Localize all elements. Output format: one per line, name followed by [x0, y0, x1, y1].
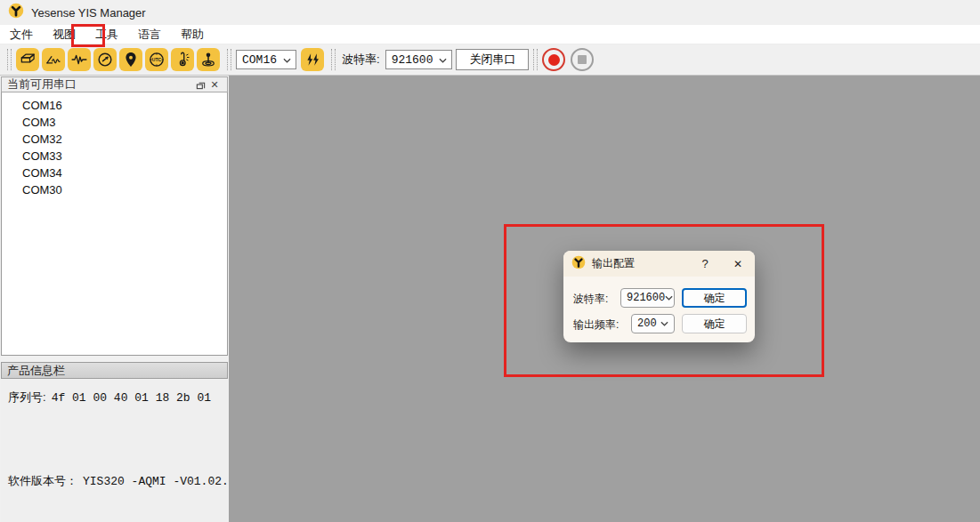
menu-bar: 文件 视图 工具 语言 帮助	[0, 25, 980, 44]
angle-wave-button[interactable]	[42, 48, 65, 71]
cube-icon	[19, 51, 36, 68]
list-item-port[interactable]: COM16	[2, 97, 227, 114]
app-window: Yesense YIS Manager 文件 视图 工具 语言 帮助 UTC	[0, 0, 980, 522]
chevron-down-icon	[439, 53, 447, 67]
software-version-value: YIS320 -AQMI -V01.02.03;	[83, 475, 249, 488]
output-config-dialog: 输出配置 ? ✕ 波特率: 921600 确定 输出频率: 200 确定	[563, 251, 755, 342]
baud-rate-combobox[interactable]: 921600	[385, 50, 453, 69]
thermometer-icon	[174, 51, 191, 68]
toolbar-grip[interactable]	[331, 49, 336, 70]
record-icon	[548, 54, 560, 66]
toolbar-grip[interactable]	[533, 49, 538, 70]
attitude-pin-icon	[199, 51, 217, 68]
angle-wave-icon	[45, 51, 62, 68]
toolbar-grip[interactable]	[7, 49, 12, 70]
chevron-down-icon	[665, 292, 673, 304]
location-button[interactable]	[119, 48, 142, 71]
stop-button[interactable]	[571, 48, 594, 71]
list-item-port[interactable]: COM33	[2, 148, 227, 165]
left-dock-panel: 当前可用串口 ✕ COM16 COM3 COM32 COM33 COM34 CO…	[0, 76, 229, 522]
dialog-baud-rate-value: 921600	[627, 292, 665, 304]
dialog-close-button[interactable]: ✕	[731, 258, 745, 270]
ports-panel-title: 当前可用串口	[7, 76, 77, 92]
close-panel-icon[interactable]: ✕	[207, 78, 222, 91]
toolbar-grip[interactable]	[227, 49, 231, 70]
stop-icon	[578, 55, 587, 64]
dialog-baud-rate-label: 波特率:	[573, 292, 608, 307]
waveform-icon	[70, 51, 88, 68]
list-item-port[interactable]: COM34	[2, 165, 227, 181]
serial-port-list: COM16 COM3 COM32 COM33 COM34 COM30	[1, 92, 228, 356]
toolbar: UTC COM16 波特率: 921600 关闭串口	[0, 44, 980, 76]
dialog-output-ok-button[interactable]: 确定	[682, 314, 747, 333]
waveform-button[interactable]	[68, 48, 91, 71]
dialog-logo-icon	[571, 255, 586, 272]
menu-file[interactable]: 文件	[0, 25, 43, 44]
titlebar: Yesense YIS Manager	[0, 0, 980, 25]
serial-number-value: 4f 01 00 40 01 18 2b 01	[52, 391, 211, 405]
menu-help[interactable]: 帮助	[171, 25, 214, 44]
dialog-title: 输出配置	[592, 256, 635, 271]
list-item-port[interactable]: COM3	[2, 114, 227, 131]
record-button[interactable]	[542, 48, 565, 71]
dialog-output-rate-value: 200	[637, 317, 657, 330]
3d-cube-button[interactable]	[16, 48, 39, 71]
serial-number-label: 序列号:	[8, 389, 46, 406]
dialog-baud-rate-combobox[interactable]: 921600	[620, 288, 675, 308]
location-pin-icon	[122, 51, 140, 68]
content-area: 当前可用串口 ✕ COM16 COM3 COM32 COM33 COM34 CO…	[0, 76, 980, 522]
product-info-header: 产品信息栏	[1, 362, 228, 379]
dialog-output-rate-combobox[interactable]: 200	[631, 314, 675, 333]
product-info-body: 序列号: 4f 01 00 40 01 18 2b 01 软件版本号： YIS3…	[1, 380, 228, 522]
menu-view[interactable]: 视图	[43, 25, 85, 44]
dialog-titlebar: 输出配置 ? ✕	[563, 251, 755, 277]
chevron-down-icon	[660, 317, 668, 330]
gauge-button[interactable]	[93, 48, 117, 71]
software-version-row: 软件版本号： YIS320 -AQMI -V01.02.03;	[8, 473, 221, 489]
attitude-button[interactable]	[197, 48, 220, 71]
chevron-down-icon	[283, 53, 291, 67]
dialog-output-rate-label: 输出频率:	[573, 317, 619, 333]
product-info-title: 产品信息栏	[7, 363, 65, 379]
baud-rate-label: 波特率:	[342, 52, 380, 68]
thermometer-button[interactable]	[171, 48, 194, 71]
serial-number-row: 序列号: 4f 01 00 40 01 18 2b 01	[8, 389, 221, 406]
lightning-refresh-icon	[304, 52, 320, 68]
utc-clock-button[interactable]: UTC	[145, 48, 168, 71]
utc-clock-icon: UTC	[148, 51, 166, 68]
ports-panel-header: 当前可用串口 ✕	[1, 76, 228, 92]
main-workspace: 输出配置 ? ✕ 波特率: 921600 确定 输出频率: 200 确定	[229, 76, 980, 522]
baud-rate-value: 921600	[392, 53, 433, 67]
svg-text:UTC: UTC	[152, 57, 162, 62]
port-combobox-value: COM16	[242, 53, 277, 67]
dialog-help-button[interactable]: ?	[698, 257, 712, 270]
menu-tools[interactable]: 工具	[85, 25, 128, 44]
gauge-icon	[96, 51, 114, 68]
window-title: Yesense YIS Manager	[31, 6, 146, 20]
float-panel-icon[interactable]	[193, 78, 207, 91]
refresh-ports-button[interactable]	[301, 48, 324, 71]
list-item-port[interactable]: COM30	[2, 181, 227, 198]
close-serial-port-button[interactable]: 关闭串口	[456, 49, 529, 70]
app-logo-icon	[8, 3, 24, 22]
software-version-label: 软件版本号：	[8, 473, 77, 489]
list-item-port[interactable]: COM32	[2, 131, 227, 148]
port-combobox[interactable]: COM16	[236, 50, 296, 69]
dialog-baud-ok-button[interactable]: 确定	[682, 288, 747, 308]
menu-language[interactable]: 语言	[128, 25, 171, 44]
